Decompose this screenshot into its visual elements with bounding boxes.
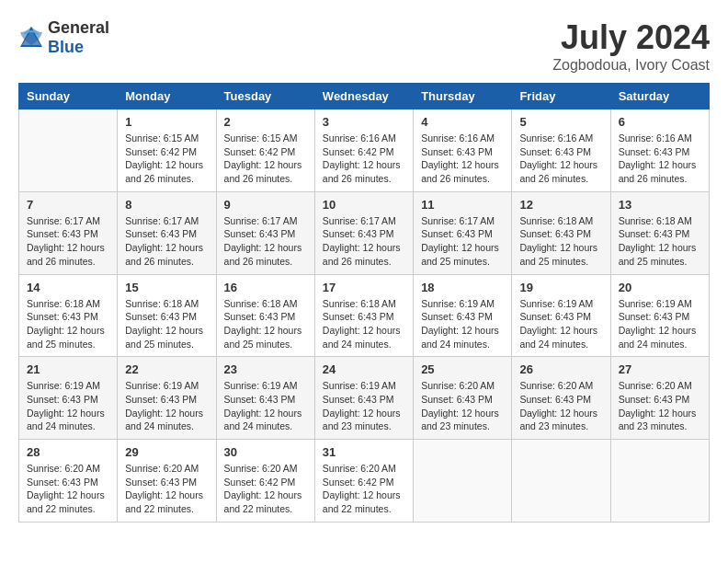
- calendar-day-header: Thursday: [414, 84, 512, 109]
- calendar-cell: 4Sunrise: 6:16 AM Sunset: 6:43 PM Daylig…: [414, 109, 512, 192]
- calendar-cell: 29Sunrise: 6:20 AM Sunset: 6:43 PM Dayli…: [118, 440, 216, 523]
- day-number: 28: [27, 445, 109, 459]
- calendar-day-header: Sunday: [19, 84, 118, 109]
- calendar-cell: [19, 109, 118, 192]
- calendar-cell: 12Sunrise: 6:18 AM Sunset: 6:43 PM Dayli…: [512, 191, 610, 274]
- cell-content: Sunrise: 6:18 AM Sunset: 6:43 PM Dayligh…: [619, 214, 701, 269]
- cell-content: Sunrise: 6:19 AM Sunset: 6:43 PM Dayligh…: [619, 297, 701, 351]
- day-number: 6: [619, 115, 701, 129]
- calendar-cell: 25Sunrise: 6:20 AM Sunset: 6:43 PM Dayli…: [414, 357, 512, 440]
- cell-content: Sunrise: 6:19 AM Sunset: 6:43 PM Dayligh…: [323, 379, 405, 433]
- day-number: 22: [125, 362, 208, 376]
- day-number: 21: [27, 362, 109, 376]
- calendar-week-row: 1Sunrise: 6:15 AM Sunset: 6:42 PM Daylig…: [19, 109, 710, 192]
- calendar-cell: 5Sunrise: 6:16 AM Sunset: 6:43 PM Daylig…: [512, 109, 610, 192]
- title-area: July 2024 Zogbodoua, Ivory Coast: [552, 18, 710, 74]
- cell-content: Sunrise: 6:20 AM Sunset: 6:43 PM Dayligh…: [619, 379, 701, 433]
- cell-content: Sunrise: 6:20 AM Sunset: 6:42 PM Dayligh…: [323, 462, 405, 516]
- calendar-cell: 1Sunrise: 6:15 AM Sunset: 6:42 PM Daylig…: [118, 109, 216, 192]
- day-number: 18: [421, 281, 504, 294]
- header: General Blue July 2024 Zogbodoua, Ivory …: [18, 18, 710, 74]
- calendar-table: SundayMondayTuesdayWednesdayThursdayFrid…: [18, 83, 710, 523]
- cell-content: Sunrise: 6:20 AM Sunset: 6:42 PM Dayligh…: [224, 462, 307, 516]
- calendar-cell: 21Sunrise: 6:19 AM Sunset: 6:43 PM Dayli…: [19, 357, 118, 440]
- calendar-day-header: Tuesday: [216, 84, 314, 109]
- cell-content: Sunrise: 6:16 AM Sunset: 6:43 PM Dayligh…: [519, 132, 602, 186]
- day-number: 9: [224, 198, 307, 212]
- calendar-cell: 22Sunrise: 6:19 AM Sunset: 6:43 PM Dayli…: [118, 357, 216, 440]
- day-number: 2: [224, 115, 307, 129]
- day-number: 11: [421, 198, 504, 212]
- calendar-cell: [414, 440, 512, 523]
- cell-content: Sunrise: 6:16 AM Sunset: 6:42 PM Dayligh…: [323, 132, 405, 186]
- calendar-cell: 17Sunrise: 6:18 AM Sunset: 6:43 PM Dayli…: [314, 274, 413, 357]
- day-number: 20: [619, 281, 701, 294]
- calendar-cell: 2Sunrise: 6:15 AM Sunset: 6:42 PM Daylig…: [216, 109, 314, 192]
- calendar-cell: 20Sunrise: 6:19 AM Sunset: 6:43 PM Dayli…: [610, 274, 709, 357]
- calendar-cell: 26Sunrise: 6:20 AM Sunset: 6:43 PM Dayli…: [512, 357, 610, 440]
- calendar-week-row: 14Sunrise: 6:18 AM Sunset: 6:43 PM Dayli…: [19, 274, 710, 357]
- calendar-cell: 10Sunrise: 6:17 AM Sunset: 6:43 PM Dayli…: [314, 191, 413, 274]
- day-number: 30: [224, 445, 307, 459]
- day-number: 7: [27, 198, 109, 212]
- cell-content: Sunrise: 6:20 AM Sunset: 6:43 PM Dayligh…: [125, 462, 208, 516]
- cell-content: Sunrise: 6:18 AM Sunset: 6:43 PM Dayligh…: [224, 297, 307, 351]
- calendar-day-header: Friday: [512, 84, 610, 109]
- day-number: 12: [519, 198, 602, 212]
- cell-content: Sunrise: 6:19 AM Sunset: 6:43 PM Dayligh…: [519, 297, 602, 351]
- calendar-cell: 28Sunrise: 6:20 AM Sunset: 6:43 PM Dayli…: [19, 440, 118, 523]
- calendar-cell: [610, 440, 709, 523]
- day-number: 24: [323, 362, 405, 376]
- cell-content: Sunrise: 6:17 AM Sunset: 6:43 PM Dayligh…: [125, 214, 208, 269]
- cell-content: Sunrise: 6:18 AM Sunset: 6:43 PM Dayligh…: [519, 214, 602, 269]
- calendar-day-header: Monday: [118, 84, 216, 109]
- calendar-cell: 13Sunrise: 6:18 AM Sunset: 6:43 PM Dayli…: [610, 191, 709, 274]
- cell-content: Sunrise: 6:17 AM Sunset: 6:43 PM Dayligh…: [224, 214, 307, 269]
- calendar-cell: 9Sunrise: 6:17 AM Sunset: 6:43 PM Daylig…: [216, 191, 314, 274]
- calendar-week-row: 21Sunrise: 6:19 AM Sunset: 6:43 PM Dayli…: [19, 357, 710, 440]
- cell-content: Sunrise: 6:15 AM Sunset: 6:42 PM Dayligh…: [224, 132, 307, 186]
- calendar-header-row: SundayMondayTuesdayWednesdayThursdayFrid…: [19, 84, 710, 109]
- cell-content: Sunrise: 6:18 AM Sunset: 6:43 PM Dayligh…: [27, 297, 109, 351]
- calendar-cell: 31Sunrise: 6:20 AM Sunset: 6:42 PM Dayli…: [314, 440, 413, 523]
- cell-content: Sunrise: 6:19 AM Sunset: 6:43 PM Dayligh…: [125, 379, 208, 433]
- day-number: 27: [619, 362, 701, 376]
- calendar-cell: 7Sunrise: 6:17 AM Sunset: 6:43 PM Daylig…: [19, 191, 118, 274]
- calendar-cell: 3Sunrise: 6:16 AM Sunset: 6:42 PM Daylig…: [314, 109, 413, 192]
- day-number: 10: [323, 198, 405, 212]
- day-number: 17: [323, 281, 405, 294]
- cell-content: Sunrise: 6:20 AM Sunset: 6:43 PM Dayligh…: [27, 462, 109, 516]
- logo-wordmark: General Blue: [48, 18, 109, 57]
- day-number: 26: [519, 362, 602, 376]
- day-number: 19: [519, 281, 602, 294]
- calendar-cell: 14Sunrise: 6:18 AM Sunset: 6:43 PM Dayli…: [19, 274, 118, 357]
- cell-content: Sunrise: 6:18 AM Sunset: 6:43 PM Dayligh…: [125, 297, 208, 351]
- calendar-day-header: Saturday: [610, 84, 709, 109]
- calendar-cell: 23Sunrise: 6:19 AM Sunset: 6:43 PM Dayli…: [216, 357, 314, 440]
- day-number: 14: [27, 281, 109, 294]
- calendar-cell: 11Sunrise: 6:17 AM Sunset: 6:43 PM Dayli…: [414, 191, 512, 274]
- calendar-cell: 8Sunrise: 6:17 AM Sunset: 6:43 PM Daylig…: [118, 191, 216, 274]
- cell-content: Sunrise: 6:16 AM Sunset: 6:43 PM Dayligh…: [421, 132, 504, 186]
- day-number: 31: [323, 445, 405, 459]
- cell-content: Sunrise: 6:19 AM Sunset: 6:43 PM Dayligh…: [421, 297, 504, 351]
- calendar-cell: 30Sunrise: 6:20 AM Sunset: 6:42 PM Dayli…: [216, 440, 314, 523]
- day-number: 5: [519, 115, 602, 129]
- calendar-day-header: Wednesday: [314, 84, 413, 109]
- cell-content: Sunrise: 6:20 AM Sunset: 6:43 PM Dayligh…: [421, 379, 504, 433]
- calendar-cell: 15Sunrise: 6:18 AM Sunset: 6:43 PM Dayli…: [118, 274, 216, 357]
- cell-content: Sunrise: 6:16 AM Sunset: 6:43 PM Dayligh…: [619, 132, 701, 186]
- day-number: 29: [125, 445, 208, 459]
- cell-content: Sunrise: 6:20 AM Sunset: 6:43 PM Dayligh…: [519, 379, 602, 433]
- calendar-cell: 18Sunrise: 6:19 AM Sunset: 6:43 PM Dayli…: [414, 274, 512, 357]
- day-number: 13: [619, 198, 701, 212]
- cell-content: Sunrise: 6:18 AM Sunset: 6:43 PM Dayligh…: [323, 297, 405, 351]
- cell-content: Sunrise: 6:19 AM Sunset: 6:43 PM Dayligh…: [27, 379, 109, 433]
- cell-content: Sunrise: 6:19 AM Sunset: 6:43 PM Dayligh…: [224, 379, 307, 433]
- calendar-cell: 24Sunrise: 6:19 AM Sunset: 6:43 PM Dayli…: [314, 357, 413, 440]
- day-number: 1: [125, 115, 208, 129]
- page-subtitle: Zogbodoua, Ivory Coast: [552, 57, 710, 74]
- calendar-cell: 6Sunrise: 6:16 AM Sunset: 6:43 PM Daylig…: [610, 109, 709, 192]
- calendar-week-row: 7Sunrise: 6:17 AM Sunset: 6:43 PM Daylig…: [19, 191, 710, 274]
- day-number: 4: [421, 115, 504, 129]
